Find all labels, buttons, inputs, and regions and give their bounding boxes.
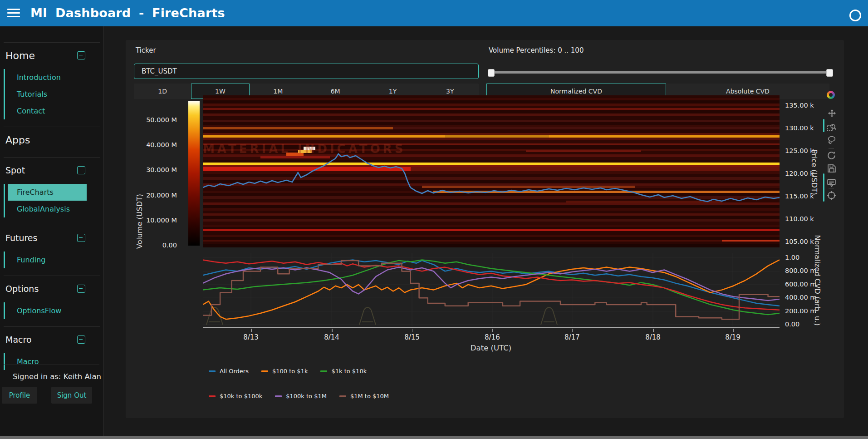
sidebar-item-tutorials[interactable]: Tutorials [8, 86, 87, 103]
sidebar-item-optionsflow[interactable]: OptionsFlow [8, 302, 87, 319]
section-heading-label: Apps [5, 134, 30, 146]
x-tick-label: 8/13 [243, 333, 259, 341]
sidebar-item-introduction[interactable]: Introduction [8, 69, 87, 86]
legend-label: $1M to $10M [350, 393, 389, 400]
sidebar-item-contact[interactable]: Contact [8, 103, 87, 119]
horizontal-scrollbar[interactable] [0, 436, 868, 439]
cvd-series-1m-to-10m [203, 261, 780, 319]
modebar-scroll-indicator[interactable] [823, 173, 824, 202]
price-tick-label: 130.00 k [785, 124, 814, 132]
legend-swatch [261, 370, 268, 372]
price-axis-title: Price (USDT) [810, 136, 819, 209]
legend-row: $10k to $100k$100k to $1M$1M to $10M [209, 393, 389, 400]
sidebar-sections: HomeIntroductionTutorialsContactAppsSpot… [0, 42, 103, 370]
sidebar-item-funding[interactable]: Funding [8, 252, 87, 268]
section-heading-label: Home [5, 50, 35, 61]
reset-axes-icon[interactable] [827, 151, 837, 161]
x-tick-label: 8/14 [324, 333, 339, 341]
legend-label: $10k to $100k [220, 393, 262, 400]
x-tick-label: 8/17 [564, 333, 580, 341]
sidebar-item-firecharts[interactable]: FireCharts [8, 184, 87, 201]
legend-swatch [209, 395, 216, 397]
pan-icon[interactable] [827, 109, 837, 119]
x-tick-mark [251, 329, 252, 332]
app-window: MI Dashboard - FireCharts HomeIntroducti… [0, 0, 868, 439]
sidebar-item-list: IntroductionTutorialsContact [4, 69, 103, 119]
collapse-icon[interactable] [77, 51, 85, 59]
ticker-input[interactable] [134, 64, 479, 79]
modebar-separator [829, 188, 834, 188]
volume-colorbar [188, 101, 200, 246]
app-title: MI Dashboard - FireCharts [30, 6, 225, 20]
collapse-icon[interactable] [77, 285, 85, 293]
box-zoom-icon[interactable] [827, 123, 837, 133]
main-content: Ticker Volume Percentiles: 0 .. 100 1D1W… [104, 26, 868, 436]
volume-percentile-slider[interactable] [488, 71, 833, 74]
cvd-axis-title: Normalized CVD (arb. u.) [813, 226, 822, 335]
sidebar-item-globalanalysis[interactable]: GlobalAnalysis [8, 201, 87, 217]
sidebar-section-home: Home [0, 43, 103, 68]
lasso-icon[interactable] [827, 135, 837, 145]
colorbar-tick-label: 40.000 M [135, 141, 177, 148]
price-tick-label: 110.00 k [785, 215, 814, 222]
profile-button[interactable]: Profile [2, 387, 37, 404]
volume-axis-title: Volume (USDT) [135, 176, 144, 267]
x-tick-mark [332, 329, 333, 332]
colorbar-tick-label: 30.000 M [135, 166, 177, 173]
x-tick-mark [653, 329, 654, 332]
legend-label: $100 to $1k [272, 368, 308, 375]
sidebar-section-apps: Apps [0, 127, 103, 153]
sidebar-section-spot: Spot [0, 158, 103, 183]
x-tick-mark [733, 329, 734, 332]
x-tick-label: 8/18 [645, 333, 661, 341]
colorbar-tick-label: 50.000 M [135, 116, 177, 123]
slider-handle-min[interactable] [488, 69, 495, 77]
slider-handle-max[interactable] [826, 69, 833, 77]
sidebar-item-list: FireChartsGlobalAnalysis [4, 184, 103, 217]
chart-watermark: MATERIAL INDICATORS [203, 142, 406, 156]
cvd-tick-label: 400.00 m [785, 294, 816, 301]
x-axis-title: Date (UTC) [464, 344, 518, 352]
collapse-icon[interactable] [77, 335, 85, 344]
legend-label: $1k to $10k [331, 368, 367, 375]
legend-item-all-orders[interactable]: All Orders [209, 368, 249, 375]
x-tick-label: 8/16 [485, 333, 500, 341]
legend-label: All Orders [220, 368, 249, 375]
modebar-scroll-indicator[interactable] [823, 119, 824, 132]
sidebar-divider [4, 365, 99, 365]
spikeline-icon[interactable] [827, 191, 837, 201]
chart-legend: All Orders$100 to $1k$1k to $10k$10k to … [209, 368, 389, 418]
sign-out-button[interactable]: Sign Out [51, 387, 92, 404]
section-heading-label: Macro [5, 335, 32, 345]
section-spacer [0, 153, 103, 157]
collapse-icon[interactable] [77, 166, 85, 174]
x-tick-label: 8/19 [725, 333, 740, 341]
collapse-icon[interactable] [77, 234, 85, 242]
x-tick-mark [412, 329, 413, 332]
user-avatar-icon[interactable] [849, 10, 861, 21]
hover-icon[interactable] [827, 178, 837, 188]
app-header: MI Dashboard - FireCharts [0, 0, 868, 26]
sidebar: HomeIntroductionTutorialsContactAppsSpot… [0, 26, 104, 436]
plotly-logo-icon[interactable] [827, 91, 835, 99]
legend-item-10k-to-100k[interactable]: $10k to $100k [209, 393, 262, 400]
sidebar-item-macro[interactable]: Macro [8, 353, 87, 370]
sidebar-item-list: Macro [4, 353, 103, 370]
legend-item-100-to-1k[interactable]: $100 to $1k [261, 368, 308, 375]
volume-heatmap-plot[interactable] [203, 95, 780, 247]
legend-swatch [339, 395, 346, 397]
price-line [203, 154, 780, 202]
range-button-1d[interactable]: 1D [134, 84, 191, 99]
hamburger-menu-icon[interactable] [7, 9, 20, 18]
legend-item-100k-to-1m[interactable]: $100k to $1M [275, 393, 327, 400]
cvd-chart-plot[interactable] [203, 253, 780, 326]
watermark-logo-outline [541, 307, 557, 325]
modebar-separator [829, 148, 834, 148]
volume-percentiles-label: Volume Percentiles: 0 .. 100 [489, 46, 584, 54]
legend-item-1k-to-10k[interactable]: $1k to $10k [320, 368, 367, 375]
legend-item-1m-to-10m[interactable]: $1M to $10M [339, 393, 389, 400]
save-icon[interactable] [827, 163, 837, 173]
cvd-tick-label: 600.00 m [785, 281, 816, 288]
section-heading-label: Spot [5, 165, 25, 175]
cvd-tick-label: 0.00 [785, 321, 799, 328]
